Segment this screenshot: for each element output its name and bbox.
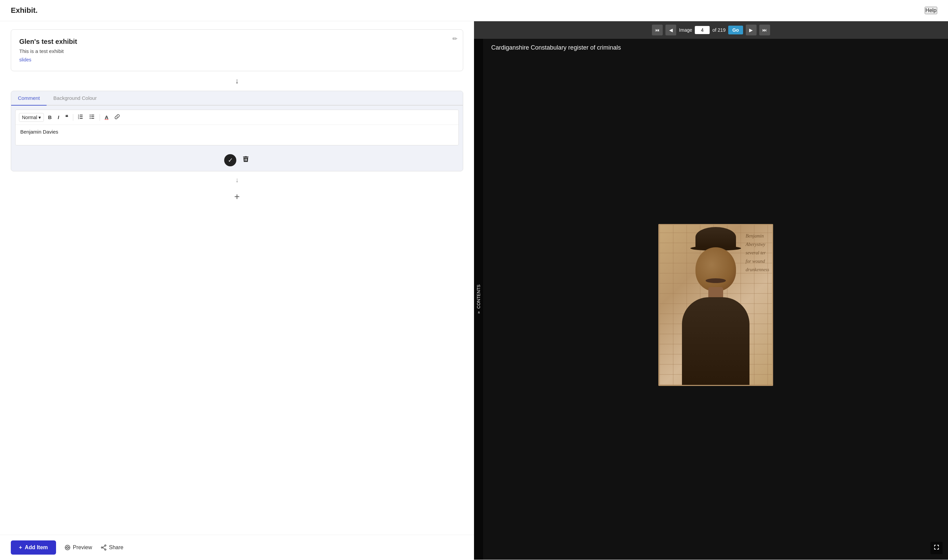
save-comment-button[interactable]: ✓ <box>224 154 236 166</box>
spacer <box>11 208 463 235</box>
preview-button[interactable]: Preview <box>64 544 92 551</box>
svg-point-16 <box>101 547 103 548</box>
plus-container: + <box>11 189 463 208</box>
svg-point-12 <box>65 545 70 550</box>
svg-line-17 <box>103 546 105 548</box>
viewer-of-text: of 219 <box>712 27 726 33</box>
svg-point-11 <box>90 118 91 119</box>
tab-comment[interactable]: Comment <box>11 91 46 106</box>
arrow-down-divider: ↓ <box>11 71 463 91</box>
bold-button[interactable]: B <box>46 113 54 122</box>
svg-line-18 <box>103 548 105 549</box>
left-panel: ✏ Glen's test exhibit This is a test exh… <box>0 21 474 560</box>
unordered-list-button[interactable] <box>88 113 97 122</box>
add-item-icon: + <box>19 545 22 551</box>
viewer-first-button[interactable]: ⏮ <box>652 25 663 35</box>
bottom-bar: + Add Item Preview Share <box>0 535 474 560</box>
viewer-go-button[interactable]: Go <box>728 26 743 34</box>
share-label: Share <box>109 545 123 551</box>
svg-text:3.: 3. <box>78 117 80 119</box>
viewer-main: » CONTENTS Cardiganshire Constabulary re… <box>474 39 948 560</box>
person-head <box>695 247 736 291</box>
exhibit-card: ✏ Glen's test exhibit This is a test exh… <box>11 29 463 71</box>
main-layout: ✏ Glen's test exhibit This is a test exh… <box>0 21 948 560</box>
comment-tabs: Comment Background Colour <box>11 91 463 106</box>
help-button[interactable]: Help <box>925 7 937 14</box>
viewer-fullscreen-button[interactable] <box>930 542 943 554</box>
svg-rect-6 <box>91 115 94 115</box>
header: Exhibit. Help <box>0 0 948 21</box>
svg-point-14 <box>105 545 106 546</box>
style-select[interactable]: Normal ▾ <box>19 113 44 122</box>
italic-button[interactable]: I <box>56 113 61 122</box>
svg-point-9 <box>90 115 91 116</box>
comment-actions: ✓ <box>11 149 463 171</box>
delete-comment-button[interactable] <box>242 154 250 166</box>
editor-toolbar: Normal ▾ B I ❝ 1. 2. 3. <box>15 110 458 125</box>
viewer-image-container: Cardiganshire Constabulary register of c… <box>483 39 948 560</box>
preview-label: Preview <box>73 545 92 551</box>
add-item-button[interactable]: + Add Item <box>11 540 56 555</box>
app-logo: Exhibit. <box>11 6 37 15</box>
viewer-toolbar: ⏮ ◀ Image 4 of 219 Go ▶ ⏭ <box>474 21 948 39</box>
toolbar-divider-2 <box>100 114 100 121</box>
link-button[interactable] <box>113 113 122 122</box>
contents-arrows-icon: » <box>476 311 481 314</box>
viewer-contents-tab[interactable]: » CONTENTS <box>474 39 483 560</box>
exhibit-description: This is a test exhibit <box>19 48 455 54</box>
slides-link[interactable]: slides <box>19 57 31 62</box>
svg-rect-1 <box>80 116 83 117</box>
contents-label: CONTENTS <box>476 285 481 309</box>
arrow-down-small: ↓ <box>11 171 463 189</box>
edit-exhibit-button[interactable]: ✏ <box>452 35 458 43</box>
down-arrow-icon: ↓ <box>235 77 239 85</box>
toolbar-divider <box>73 114 73 121</box>
right-panel: ⏮ ◀ Image 4 of 219 Go ▶ ⏭ » CONTENTS Car… <box>474 21 948 560</box>
fullscreen-icon <box>933 544 940 551</box>
add-block-button[interactable]: + <box>234 192 240 202</box>
portrait-person <box>675 243 756 385</box>
editor-text-content[interactable]: Benjamin Davies <box>15 125 458 145</box>
viewer-image-label: Image <box>679 27 692 33</box>
svg-rect-2 <box>80 118 83 119</box>
person-mustache <box>706 278 726 283</box>
preview-icon <box>64 544 71 551</box>
exhibit-image: Benjamin Aberystwy several ter for wound… <box>658 224 773 386</box>
viewer-caption: Cardiganshire Constabulary register of c… <box>483 39 948 55</box>
viewer-image-number-input[interactable]: 4 <box>695 26 710 34</box>
svg-rect-7 <box>91 116 94 117</box>
trash-icon <box>242 155 250 163</box>
comment-card: Comment Background Colour Normal ▾ B I ❝ <box>11 91 463 171</box>
viewer-next-button[interactable]: ▶ <box>746 25 757 35</box>
tab-background-colour[interactable]: Background Colour <box>46 91 103 106</box>
viewer-prev-button[interactable]: ◀ <box>666 25 676 35</box>
down-arrow-small-icon: ↓ <box>235 176 239 184</box>
share-icon <box>100 544 107 551</box>
quote-button[interactable]: ❝ <box>63 113 70 122</box>
svg-rect-0 <box>80 115 83 115</box>
viewer-last-button[interactable]: ⏭ <box>759 25 770 35</box>
check-icon: ✓ <box>228 157 233 164</box>
svg-point-10 <box>90 116 91 117</box>
share-button[interactable]: Share <box>100 544 123 551</box>
comment-editor: Normal ▾ B I ❝ 1. 2. 3. <box>15 110 459 145</box>
viewer-photo-area: Benjamin Aberystwy several ter for wound… <box>483 55 948 560</box>
person-hat-top <box>695 227 736 247</box>
svg-rect-8 <box>91 118 94 119</box>
person-body <box>682 297 749 385</box>
ordered-list-button[interactable]: 1. 2. 3. <box>76 113 85 122</box>
chevron-down-icon: ▾ <box>39 115 41 120</box>
style-select-label: Normal <box>22 115 37 120</box>
add-item-label: Add Item <box>25 545 48 551</box>
exhibit-title: Glen's test exhibit <box>19 38 455 46</box>
svg-point-15 <box>105 549 106 550</box>
text-color-button[interactable]: A <box>103 113 110 122</box>
